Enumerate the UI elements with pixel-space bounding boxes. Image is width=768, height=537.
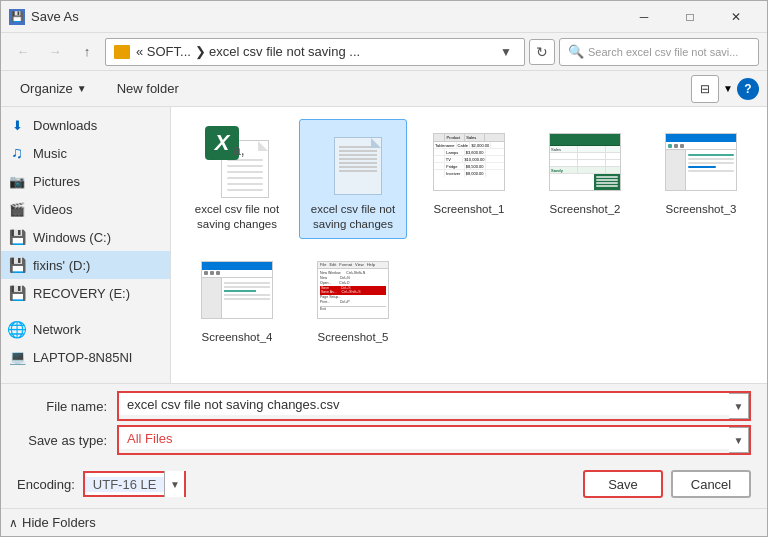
sidebar-item-downloads[interactable]: ⬇ Downloads	[1, 111, 170, 139]
file-label-screenshot3: Screenshot_3	[666, 202, 737, 217]
sidebar-label-downloads: Downloads	[33, 118, 97, 133]
minimize-button[interactable]: ─	[621, 1, 667, 33]
sidebar-item-pictures[interactable]: 📷 Pictures	[1, 167, 170, 195]
excel-csv-icon-1: X a,	[201, 126, 273, 198]
sidebar-label-laptop: LAPTOP-8N85NI	[33, 350, 132, 365]
toolbar-right: ⊟ ▼ ?	[691, 75, 759, 103]
bottom-fields: File name: excel csv file not saving cha…	[1, 384, 767, 464]
file-label-csv-text: excel csv file not saving changes	[308, 202, 398, 232]
toolbar: Organize ▼ New folder ⊟ ▼ ?	[1, 71, 767, 107]
forward-button[interactable]: →	[41, 38, 69, 66]
file-item-screenshot2[interactable]: Sales	[531, 119, 639, 239]
filename-row: File name: excel csv file not saving cha…	[17, 392, 751, 420]
drive-d-icon: 💾	[9, 257, 25, 273]
bottom-actions: Encoding: UTF-16 LE ▼ Save Cancel	[1, 464, 767, 508]
encoding-section: Encoding: UTF-16 LE ▼	[17, 471, 186, 497]
refresh-button[interactable]: ↻	[529, 39, 555, 65]
file-area: X a, excel csv file not saving changes	[171, 107, 767, 383]
up-button[interactable]: ↑	[73, 38, 101, 66]
organize-chevron: ▼	[77, 83, 87, 94]
search-box[interactable]: 🔍 Search excel csv file not savi...	[559, 38, 759, 66]
sidebar-item-network[interactable]: 🌐 Network	[1, 315, 170, 343]
new-folder-label: New folder	[117, 81, 179, 96]
main-area: ⬇ Downloads ♫ Music 📷 Pictures 🎬 Videos …	[1, 107, 767, 383]
pictures-icon: 📷	[9, 173, 25, 189]
sidebar-item-music[interactable]: ♫ Music	[1, 139, 170, 167]
folder-icon	[114, 45, 130, 59]
sidebar-label-videos: Videos	[33, 202, 73, 217]
file-label-screenshot2: Screenshot_2	[550, 202, 621, 217]
help-button[interactable]: ?	[737, 78, 759, 100]
sidebar-item-recovery-e[interactable]: 💾 RECOVERY (E:)	[1, 279, 170, 307]
encoding-value[interactable]: UTF-16 LE	[85, 477, 165, 492]
encoding-dropdown[interactable]: ▼	[164, 471, 184, 497]
saveastype-dropdown[interactable]: ▼	[729, 427, 749, 453]
filename-label: File name:	[17, 399, 117, 414]
filename-input[interactable]: excel csv file not saving changes.csv	[119, 393, 729, 415]
file-label-screenshot1: Screenshot_1	[434, 202, 505, 217]
organize-button[interactable]: Organize ▼	[9, 75, 98, 103]
bottom-section: File name: excel csv file not saving cha…	[1, 383, 767, 536]
filename-input-wrapper[interactable]: excel csv file not saving changes.csv ▼	[117, 391, 751, 421]
sidebar-item-videos[interactable]: 🎬 Videos	[1, 195, 170, 223]
encoding-select-wrapper[interactable]: UTF-16 LE ▼	[83, 471, 187, 497]
screenshot5-icon: FileEditFormatViewHelp New Window Ctrl+S…	[317, 254, 389, 326]
encoding-label: Encoding:	[17, 477, 75, 492]
videos-icon: 🎬	[9, 201, 25, 217]
screenshot3-icon	[665, 126, 737, 198]
filename-dropdown[interactable]: ▼	[729, 393, 749, 419]
file-item-screenshot5[interactable]: FileEditFormatViewHelp New Window Ctrl+S…	[299, 247, 407, 352]
file-label-screenshot4: Screenshot_4	[202, 330, 273, 345]
save-button[interactable]: Save	[583, 470, 663, 498]
back-button[interactable]: ←	[9, 38, 37, 66]
sidebar-label-pictures: Pictures	[33, 174, 80, 189]
sidebar-item-windows-c[interactable]: 💾 Windows (C:)	[1, 223, 170, 251]
screenshot2-icon: Sales	[549, 126, 621, 198]
hide-folders-label: Hide Folders	[22, 515, 96, 530]
hide-folders-bar[interactable]: ∧ Hide Folders	[1, 508, 767, 536]
sidebar-item-laptop[interactable]: 💻 LAPTOP-8N85NI	[1, 343, 170, 371]
sidebar-item-fixins-d[interactable]: 💾 fixins' (D:)	[1, 251, 170, 279]
file-item-screenshot1[interactable]: Product Sales Tablename Cable $2,000.00	[415, 119, 523, 239]
file-item-screenshot3[interactable]: Screenshot_3	[647, 119, 755, 239]
view-dropdown[interactable]: ▼	[723, 83, 733, 94]
saveastype-select[interactable]: All Files	[119, 427, 729, 449]
view-button[interactable]: ⊟	[691, 75, 719, 103]
file-item-excel-csv-1[interactable]: X a, excel csv file not saving changes	[183, 119, 291, 239]
laptop-icon: 💻	[9, 349, 25, 365]
sidebar-label-fixins-d: fixins' (D:)	[33, 258, 90, 273]
chevron-down-icon: ∧	[9, 516, 18, 530]
sidebar-label-recovery-e: RECOVERY (E:)	[33, 286, 130, 301]
file-label-screenshot5: Screenshot_5	[318, 330, 389, 345]
screenshot1-icon: Product Sales Tablename Cable $2,000.00	[433, 126, 505, 198]
close-button[interactable]: ✕	[713, 1, 759, 33]
breadcrumb-text: « SOFT... ❯ excel csv file not saving ..…	[136, 44, 496, 59]
breadcrumb-dropdown[interactable]: ▼	[496, 45, 516, 59]
file-label-excel-csv-1: excel csv file not saving changes	[192, 202, 282, 232]
csv-text-icon	[317, 126, 389, 198]
network-icon: 🌐	[9, 321, 25, 337]
file-item-screenshot4[interactable]: Screenshot_4	[183, 247, 291, 352]
cancel-button[interactable]: Cancel	[671, 470, 751, 498]
save-as-dialog: 💾 Save As ─ □ ✕ ← → ↑ « SOFT... ❯ excel …	[0, 0, 768, 537]
music-icon: ♫	[9, 145, 25, 161]
sidebar-label-network: Network	[33, 322, 81, 337]
address-bar: ← → ↑ « SOFT... ❯ excel csv file not sav…	[1, 33, 767, 71]
drive-e-icon: 💾	[9, 285, 25, 301]
search-icon: 🔍	[568, 44, 584, 59]
window-icon: 💾	[9, 9, 25, 25]
search-placeholder: Search excel csv file not savi...	[588, 46, 738, 58]
maximize-button[interactable]: □	[667, 1, 713, 33]
saveastype-select-wrapper[interactable]: All Files ▼	[117, 425, 751, 455]
file-item-csv-text[interactable]: excel csv file not saving changes	[299, 119, 407, 239]
saveastype-row: Save as type: All Files ▼	[17, 426, 751, 454]
breadcrumb-bar[interactable]: « SOFT... ❯ excel csv file not saving ..…	[105, 38, 525, 66]
sidebar-label-windows-c: Windows (C:)	[33, 230, 111, 245]
saveastype-label: Save as type:	[17, 433, 117, 448]
title-bar: 💾 Save As ─ □ ✕	[1, 1, 767, 33]
window-title: Save As	[31, 9, 621, 24]
drive-c-icon: 💾	[9, 229, 25, 245]
new-folder-button[interactable]: New folder	[106, 75, 190, 103]
window-controls: ─ □ ✕	[621, 1, 759, 33]
sidebar-label-music: Music	[33, 146, 67, 161]
